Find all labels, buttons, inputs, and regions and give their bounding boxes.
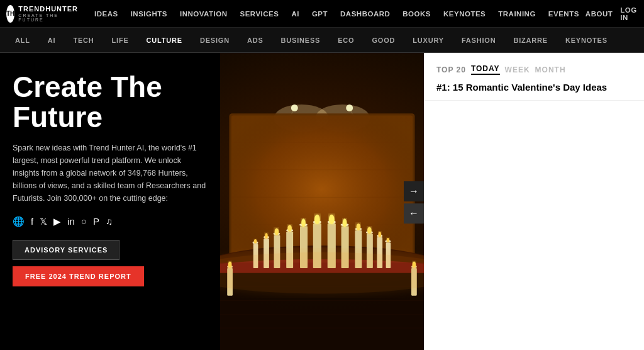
nav-ideas[interactable]: IDEAS: [88, 0, 125, 28]
cat-keynotes[interactable]: KEYNOTES: [557, 28, 616, 53]
cat-all[interactable]: ALL: [6, 28, 39, 53]
svg-point-49: [357, 223, 361, 230]
nav-innovation[interactable]: INNOVATION: [174, 0, 234, 28]
top-item-title[interactable]: #1: 15 Romantic Valentine's Day Ideas: [436, 81, 631, 94]
social-youtube-icon[interactable]: ▶: [53, 216, 61, 227]
cat-tech[interactable]: TECH: [64, 28, 103, 53]
cat-business[interactable]: BUSINESS: [272, 28, 330, 53]
svg-point-25: [254, 239, 257, 244]
cat-ai[interactable]: AI: [39, 28, 65, 53]
cat-bizarre[interactable]: BIZARRE: [504, 28, 557, 53]
cat-fashion[interactable]: FASHION: [453, 28, 505, 53]
hero-left: Create The Future Spark new ideas with T…: [0, 53, 220, 350]
social-pinterest-icon[interactable]: P: [93, 216, 99, 227]
nav-insights[interactable]: INSIGHTS: [125, 0, 174, 28]
prev-arrow-button[interactable]: ←: [404, 203, 424, 223]
nav-services[interactable]: SERVICES: [233, 0, 285, 28]
nav-books[interactable]: BOOKS: [396, 0, 437, 28]
hero-center: → ←: [220, 53, 424, 350]
logo-name: TRENDHUNTER: [18, 5, 78, 13]
candle-scene-svg: [220, 53, 424, 350]
top-nav: TH TRENDHUNTER CREATE THE FUTURE IDEAS I…: [0, 0, 644, 28]
logo[interactable]: TH TRENDHUNTER CREATE THE FUTURE: [6, 5, 75, 23]
cat-eco[interactable]: ECO: [329, 28, 363, 53]
cat-luxury[interactable]: LUXURY: [404, 28, 453, 53]
period-month[interactable]: MONTH: [535, 65, 566, 74]
social-linkedin-icon[interactable]: in: [67, 216, 75, 227]
nav-keynotes[interactable]: KEYNOTES: [437, 0, 492, 28]
nav-about[interactable]: ABOUT: [586, 10, 613, 18]
social-icons: 🌐 f 𝕏 ▶ in ○ P ♫: [13, 216, 208, 227]
logo-initials: TH: [6, 10, 14, 17]
svg-point-58: [387, 238, 389, 242]
hero-description: Spark new ideas with Trend Hunter AI, th…: [13, 142, 208, 205]
svg-rect-9: [231, 115, 413, 262]
main-content: Create The Future Spark new ideas with T…: [0, 53, 644, 350]
logo-text-area: TRENDHUNTER CREATE THE FUTURE: [18, 5, 78, 21]
social-globe-icon[interactable]: 🌐: [13, 216, 25, 227]
logo-icon: TH: [6, 5, 14, 23]
hero-title: Create The Future: [13, 72, 208, 133]
next-arrow-button[interactable]: →: [404, 181, 424, 201]
category-bar: ALL AI TECH LIFE CULTURE DESIGN ADS BUSI…: [0, 28, 644, 53]
social-tiktok-icon[interactable]: ♫: [106, 216, 113, 227]
cat-life[interactable]: LIFE: [103, 28, 138, 53]
social-twitter-icon[interactable]: 𝕏: [40, 216, 47, 227]
cat-design[interactable]: DESIGN: [191, 28, 238, 53]
svg-point-37: [301, 218, 306, 227]
logo-tagline: CREATE THE FUTURE: [18, 13, 78, 22]
nav-training[interactable]: TRAINING: [492, 0, 542, 28]
nav-ai[interactable]: AI: [285, 0, 306, 28]
svg-point-28: [265, 233, 267, 239]
trend-report-button[interactable]: FREE 2024 TREND REPORT: [13, 266, 144, 286]
svg-point-55: [379, 232, 381, 237]
cat-ads[interactable]: ADS: [238, 28, 272, 53]
advisory-services-button[interactable]: ADVISORY SERVICES: [13, 240, 119, 260]
svg-point-31: [275, 229, 279, 235]
top20-label: TOP 20 TODAY WEEK MONTH: [436, 64, 631, 75]
cat-culture[interactable]: CULTURE: [138, 28, 191, 53]
nav-events[interactable]: EVENTS: [542, 0, 586, 28]
svg-point-43: [329, 215, 335, 224]
svg-point-46: [343, 218, 347, 227]
svg-point-3: [291, 104, 298, 111]
svg-point-83: [220, 252, 424, 294]
period-today[interactable]: TODAY: [471, 64, 500, 75]
nav-login[interactable]: LOG IN: [620, 6, 636, 21]
main-nav: IDEAS INSIGHTS INNOVATION SERVICES AI GP…: [88, 0, 586, 28]
hero-image: [220, 53, 424, 350]
social-instagram-icon[interactable]: ○: [81, 216, 87, 227]
top20-section: TOP 20 TODAY WEEK MONTH #1: 15 Romantic …: [424, 53, 644, 101]
social-facebook-icon[interactable]: f: [31, 216, 33, 227]
period-week[interactable]: WEEK: [505, 65, 530, 74]
svg-point-52: [367, 227, 372, 234]
nav-dashboard[interactable]: DASHBOARD: [334, 0, 396, 28]
right-panel: TOP 20 TODAY WEEK MONTH #1: 15 Romantic …: [424, 53, 644, 350]
nav-gpt[interactable]: GPT: [306, 0, 334, 28]
nav-right: ABOUT LOG IN ✦ 🔍: [586, 6, 644, 21]
svg-point-40: [314, 215, 320, 224]
cat-good[interactable]: GOOD: [363, 28, 404, 53]
top20-text: TOP 20: [436, 65, 466, 74]
svg-point-34: [287, 225, 292, 232]
